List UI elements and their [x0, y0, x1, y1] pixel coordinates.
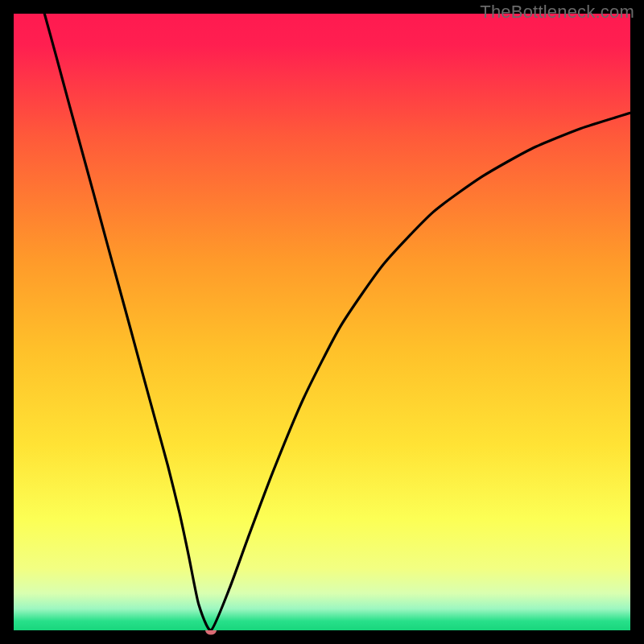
chart-svg [14, 14, 630, 630]
gradient-background [14, 14, 630, 630]
watermark-text: TheBottleneck.com [480, 2, 634, 23]
plot-area [14, 14, 630, 630]
chart-frame: TheBottleneck.com [0, 0, 644, 644]
